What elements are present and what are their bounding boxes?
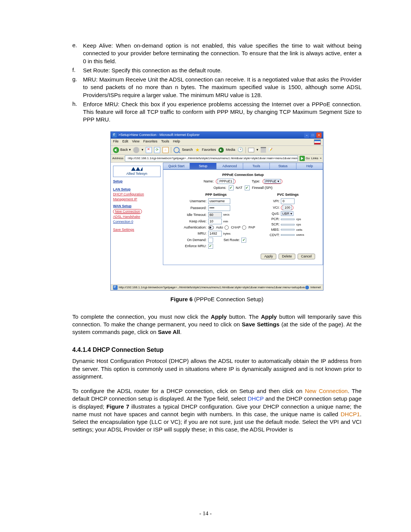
apply-button[interactable]: Apply [261, 254, 276, 259]
ondemand-checkbox[interactable] [208, 238, 213, 243]
mail-icon[interactable] [248, 148, 254, 152]
address-url: http://192.168.1.1/cgi-bin/webcm?getpage… [127, 157, 298, 160]
pcr-label: PCR: [266, 217, 279, 221]
menu-edit[interactable]: Edit [123, 139, 129, 145]
sidebar-adsl-handshake[interactable]: ADSL Handshake [113, 215, 161, 219]
idle-input[interactable]: 60 [208, 212, 222, 218]
ppp-title: PPP Settings [177, 193, 255, 197]
paragraph-dhcp-intro: Dynamic Host Configuration Protocol (DHC… [72, 357, 362, 380]
name-input[interactable]: PPPoE1 [218, 179, 234, 184]
go-label: Go [306, 157, 310, 160]
delete-button[interactable]: Delete [279, 254, 295, 259]
history-icon[interactable]: 🕑 [237, 147, 243, 152]
pcr-unit: cps [296, 217, 309, 221]
scr-label: SCR: [266, 222, 279, 227]
nat-checkbox[interactable]: ✔ [229, 185, 234, 190]
name-label: Name: [204, 179, 214, 184]
search-label[interactable]: Search [182, 148, 193, 152]
scr-unit: cps [296, 223, 309, 227]
menu-favorites[interactable]: Favorites [143, 139, 157, 145]
home-icon[interactable]: ⌂ [162, 147, 169, 153]
options-label: Options: [213, 186, 226, 190]
flag-icon [314, 139, 321, 145]
enforcemru-label: Enforce MRU: [177, 244, 207, 248]
list-body: Keep Alive: When on-demand option is not… [83, 42, 362, 65]
media-label[interactable]: Media [226, 148, 236, 152]
sidebar-save-settings[interactable]: Save Settings [113, 228, 161, 232]
setroute-checkbox[interactable]: ✔ [241, 238, 246, 243]
figure-caption: Figure 6 (PPPoE Connection Setup) [72, 296, 362, 302]
close-icon[interactable]: × [316, 133, 322, 138]
username-label: Username: [177, 199, 207, 203]
list-letter: g. [72, 76, 83, 99]
panel-title: PPPoE Connection Setup [167, 173, 319, 177]
sidebar-connection-0[interactable]: Connection 0 [113, 220, 161, 224]
vci-input[interactable]: 100 [283, 205, 292, 210]
mbs-input[interactable] [281, 229, 295, 230]
vci-label: VCI: [266, 206, 279, 210]
tab-status[interactable]: Status [270, 163, 296, 169]
keepalive-input[interactable]: 10 [208, 219, 222, 224]
paragraph-dhcp-config: To configure the ADSL router for a DHCP … [72, 387, 362, 434]
media-icon[interactable] [218, 147, 224, 153]
tab-quick-start[interactable]: Quick Start [163, 163, 190, 169]
vpi-input[interactable]: 0 [281, 198, 295, 204]
mbs-label: MBS: [266, 228, 279, 232]
refresh-icon[interactable]: ⟳ [154, 147, 160, 153]
firewall-label: Firewall (SPI) [252, 186, 272, 190]
search-icon[interactable] [174, 147, 180, 153]
setroute-label: Set Route: [224, 238, 240, 242]
sidebar-wan-setup: WAN Setup [113, 204, 161, 208]
auth-chap-radio[interactable] [225, 225, 229, 230]
tab-advanced[interactable]: Advanced [217, 163, 243, 169]
password-input[interactable]: •••• [208, 205, 230, 211]
edit-icon[interactable]: 📝 [268, 148, 272, 152]
sidebar-setup[interactable]: Setup [113, 179, 161, 184]
sidebar-new-connection[interactable]: New Connection [113, 208, 161, 214]
tab-tools[interactable]: Tools [243, 163, 270, 169]
go-button[interactable]: Go [299, 156, 310, 161]
status-page-icon [113, 285, 118, 290]
address-input[interactable]: http://192.168.1.1/cgi-bin/webcm?getpage… [125, 155, 298, 161]
list-letter: h. [72, 101, 83, 124]
cdvt-input[interactable] [281, 234, 295, 236]
list-body: Set Route: Specify this connection as th… [83, 67, 362, 74]
sidebar-management-ip[interactable]: Management IP [113, 197, 161, 201]
favorites-label[interactable]: Favorites [202, 148, 216, 152]
go-icon [299, 156, 305, 161]
cancel-button[interactable]: Cancel [298, 254, 315, 259]
tab-setup[interactable]: Setup [190, 163, 217, 169]
links-label[interactable]: Links [311, 157, 319, 160]
tab-help[interactable]: Help [296, 163, 323, 169]
back-icon [113, 147, 119, 153]
minimize-icon[interactable]: – [304, 133, 309, 138]
menu-view[interactable]: View [132, 139, 139, 145]
favorites-icon[interactable]: ★ [195, 147, 200, 153]
sidebar-dhcp-config[interactable]: DHCP Configuration [113, 192, 161, 197]
auth-pap-radio[interactable] [242, 225, 246, 230]
menu-help[interactable]: Help [173, 139, 180, 145]
type-select[interactable]: PPPoE ▾ [264, 179, 281, 184]
pvc-title: PVC Settings [266, 193, 309, 197]
maximize-icon[interactable]: □ [310, 133, 315, 138]
enforcemru-checkbox[interactable]: ✔ [208, 244, 213, 249]
menu-tools[interactable]: Tools [161, 139, 169, 145]
username-input[interactable]: username [208, 198, 230, 204]
firewall-checkbox[interactable]: ✔ [245, 185, 250, 190]
print-icon[interactable] [261, 147, 266, 153]
nat-label: NAT [236, 186, 242, 190]
stop-icon[interactable] [146, 147, 152, 153]
menu-file[interactable]: File [113, 139, 119, 145]
scr-input[interactable] [281, 224, 295, 225]
qos-select[interactable]: UBR ▾ [281, 211, 293, 216]
back-button[interactable]: Back ▾ [113, 147, 131, 153]
vpi-label: VPI: [266, 199, 279, 203]
forward-icon[interactable] [133, 147, 139, 153]
mru-input[interactable]: 1492 [208, 231, 222, 236]
lettered-list: e. Keep Alive: When on-demand option is … [72, 42, 362, 124]
address-bar: Address http://192.168.1.1/cgi-bin/webcm… [111, 155, 323, 163]
pcr-input[interactable] [281, 219, 295, 220]
internet-zone-label: Internet [311, 286, 321, 289]
password-label: Password: [177, 206, 207, 210]
auth-auto-radio[interactable] [208, 225, 214, 230]
